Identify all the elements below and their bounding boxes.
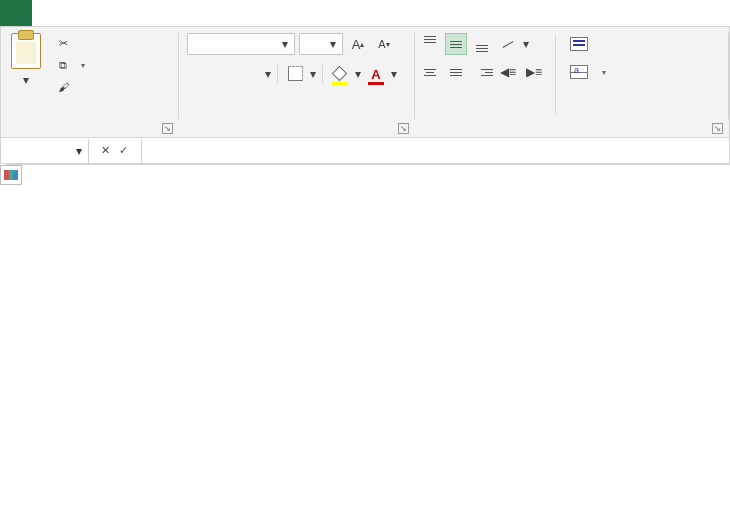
quick-analysis-icon xyxy=(4,170,18,180)
fill-icon xyxy=(332,66,348,82)
group-font: ▾ ▾ A▴ A▾ ▾ ▾ ▾ A ▾ ↘ xyxy=(179,27,415,137)
ribbon: ▾ ✂ ⧉▾ 🖌 ↘ ▾ ▾ A▴ A▾ ▾ xyxy=(0,26,730,138)
formula-bar: ▾ ✕ ✓ xyxy=(0,138,730,164)
chevron-down-icon: ▾ xyxy=(76,144,82,158)
group-clipboard: ▾ ✂ ⧉▾ 🖌 ↘ xyxy=(1,27,179,137)
paintbrush-icon: 🖌 xyxy=(55,79,71,95)
borders-button[interactable] xyxy=(284,63,306,85)
dialog-launcher-icon[interactable]: ↘ xyxy=(712,123,723,134)
align-middle-button[interactable] xyxy=(445,33,467,55)
formula-input[interactable] xyxy=(141,139,729,163)
chevron-down-icon: ▾ xyxy=(282,37,288,51)
chevron-down-icon[interactable]: ▾ xyxy=(355,67,361,81)
font-color-icon: A xyxy=(368,66,384,82)
font-color-button[interactable]: A xyxy=(365,63,387,85)
font-name-select[interactable]: ▾ xyxy=(187,33,295,55)
quick-analysis-button[interactable] xyxy=(0,165,22,185)
chevron-down-icon: ▾ xyxy=(81,61,85,70)
file-tab[interactable] xyxy=(0,0,32,26)
paste-button[interactable]: ▾ xyxy=(5,31,47,89)
chevron-down-icon[interactable]: ▾ xyxy=(265,67,271,81)
chevron-down-icon[interactable]: ▾ xyxy=(391,67,397,81)
wrap-text-button[interactable] xyxy=(566,35,610,53)
cancel-icon[interactable]: ✕ xyxy=(97,143,113,159)
align-left-button[interactable] xyxy=(419,61,441,83)
merge-center-button[interactable]: ▾ xyxy=(566,63,610,81)
group-label xyxy=(183,133,411,135)
align-center-button[interactable] xyxy=(445,61,467,83)
wrap-text-icon xyxy=(570,37,588,51)
borders-icon xyxy=(288,67,302,81)
orientation-button[interactable] xyxy=(497,33,519,55)
merge-icon xyxy=(570,65,588,79)
group-alignment: ▾ ◀≡ ▶≡ ▾ ↘ xyxy=(415,27,729,137)
scissors-icon: ✂ xyxy=(55,35,71,51)
align-bottom-button[interactable] xyxy=(471,33,493,55)
copy-icon: ⧉ xyxy=(55,57,71,73)
group-label xyxy=(5,133,175,135)
underline-button[interactable] xyxy=(239,63,261,85)
chevron-down-icon[interactable]: ▾ xyxy=(310,67,316,81)
fill-color-button[interactable] xyxy=(329,63,351,85)
chevron-down-icon: ▾ xyxy=(23,73,29,87)
decrease-indent-button[interactable]: ◀≡ xyxy=(497,61,519,83)
grow-font-button[interactable]: A▴ xyxy=(347,33,369,55)
worksheet-grid[interactable] xyxy=(0,164,730,165)
copy-button[interactable]: ⧉▾ xyxy=(51,55,89,75)
chevron-down-icon: ▾ xyxy=(602,68,606,77)
paste-icon xyxy=(11,33,41,69)
cut-button[interactable]: ✂ xyxy=(51,33,89,53)
shrink-font-button[interactable]: A▾ xyxy=(373,33,395,55)
group-label xyxy=(419,133,725,135)
dialog-launcher-icon[interactable]: ↘ xyxy=(162,123,173,134)
italic-button[interactable] xyxy=(213,63,235,85)
chevron-down-icon: ▾ xyxy=(330,37,336,51)
font-size-select[interactable]: ▾ xyxy=(299,33,343,55)
enter-icon[interactable]: ✓ xyxy=(115,143,131,159)
increase-indent-button[interactable]: ▶≡ xyxy=(523,61,545,83)
name-box[interactable]: ▾ xyxy=(1,139,89,163)
align-right-button[interactable] xyxy=(471,61,493,83)
dialog-launcher-icon[interactable]: ↘ xyxy=(398,123,409,134)
menu-bar xyxy=(0,0,730,26)
bold-button[interactable] xyxy=(187,63,209,85)
format-painter-button[interactable]: 🖌 xyxy=(51,77,89,97)
align-top-button[interactable] xyxy=(419,33,441,55)
chevron-down-icon[interactable]: ▾ xyxy=(523,37,529,51)
